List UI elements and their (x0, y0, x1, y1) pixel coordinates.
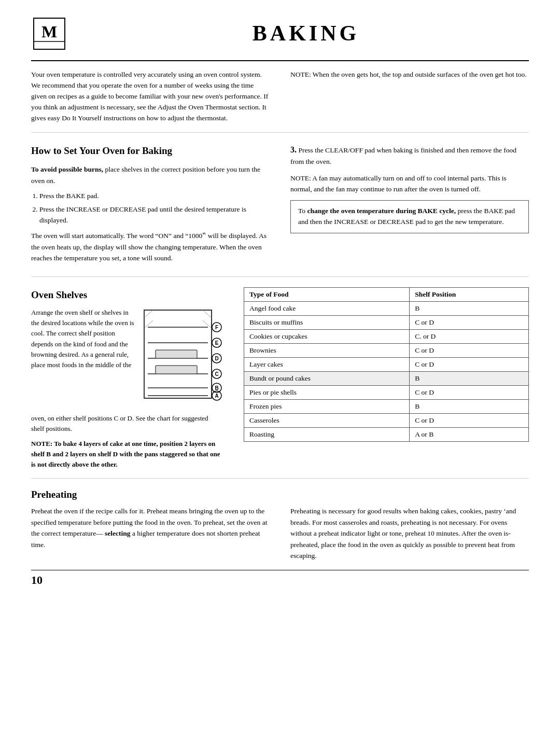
table-row: Cookies or cupcakes C. or D (244, 329, 529, 343)
food-cell: Casseroles (244, 413, 410, 427)
howto-step-2: Press the INCREASE or DECREASE pad until… (39, 204, 270, 226)
svg-text:A: A (215, 393, 218, 399)
svg-rect-16 (156, 366, 197, 374)
shelves-note: NOTE: To bake 4 layers of cake at one ti… (31, 439, 223, 470)
position-cell: B (410, 371, 529, 385)
shelves-left: Oven Shelves Arrange the oven shelf or s… (31, 287, 223, 470)
food-cell: Roasting (244, 427, 410, 441)
svg-text:D: D (215, 356, 218, 361)
position-cell: C or D (410, 343, 529, 357)
food-cell: Cookies or cupcakes (244, 329, 410, 343)
table-row: Pies or pie shells C or D (244, 385, 529, 399)
food-cell: Angel food cake (244, 301, 410, 315)
food-cell: Pies or pie shells (244, 385, 410, 399)
position-cell: C or D (410, 385, 529, 399)
intro-left: Your oven temperature is controlled very… (31, 69, 270, 124)
table-row: Casseroles C or D (244, 413, 529, 427)
preheat-title: Preheating (31, 489, 529, 500)
howto-warning: To avoid possible burns, place shelves i… (31, 164, 270, 186)
shelves-title: Oven Shelves (31, 287, 223, 302)
shelves-text1: Arrange the oven shelf or shelves in the… (31, 307, 135, 370)
page: M BAKING Your oven temperature is contro… (0, 0, 560, 742)
preheat-content: Preheat the oven if the recipe calls for… (31, 506, 529, 562)
preheat-section: Preheating Preheat the oven if the recip… (31, 489, 529, 562)
table-header-position: Shelf Position (410, 287, 529, 301)
food-cell: Biscuits or muffins (244, 315, 410, 329)
food-cell: Layer cakes (244, 357, 410, 371)
position-cell: C. or D (410, 329, 529, 343)
shelves-text-img: Arrange the oven shelf or shelves in the… (31, 307, 223, 409)
table-row: Frozen pies B (244, 399, 529, 413)
howto-step3: 3. Press the CLEAR/OFF pad when baking i… (290, 143, 529, 167)
oven-svg: F E D C B (140, 307, 223, 406)
food-cell: Bundt or pound cakes (244, 371, 410, 385)
table-header-food: Type of Food (244, 287, 410, 301)
intro-right: NOTE: When the oven gets hot, the top an… (290, 69, 529, 124)
header: M BAKING (31, 16, 529, 61)
page-title: BAKING (83, 21, 529, 46)
shelves-text2: oven, on either shelf positions C or D. … (31, 413, 223, 434)
position-cell: B (410, 399, 529, 413)
intro-right-text: NOTE: When the oven gets hot, the top an… (290, 69, 529, 80)
preheat-right-text: Preheating is necessary for good results… (290, 506, 529, 562)
howto-right: 3. Press the CLEAR/OFF pad when baking i… (290, 143, 529, 268)
position-cell: C or D (410, 315, 529, 329)
table-body: Angel food cake B Biscuits or muffins C … (244, 301, 529, 441)
position-cell: B (410, 301, 529, 315)
food-table: Type of Food Shelf Position Angel food c… (244, 287, 529, 442)
food-cell: Frozen pies (244, 399, 410, 413)
svg-line-6 (144, 310, 153, 318)
preheat-left: Preheat the oven if the recipe calls for… (31, 506, 270, 562)
intro-left-text: Your oven temperature is controlled very… (31, 69, 270, 124)
table-row: Biscuits or muffins C or D (244, 315, 529, 329)
svg-rect-14 (156, 350, 197, 358)
howto-steps: Press the BAKE pad. Press the INCREASE o… (39, 190, 270, 226)
shelves-right: Type of Food Shelf Position Angel food c… (244, 287, 529, 470)
svg-text:C: C (215, 371, 218, 377)
howto-note1: NOTE: A fan may automatically turn on an… (290, 173, 529, 195)
oven-illustration: F E D C B (140, 307, 223, 409)
shelves-section: Oven Shelves Arrange the oven shelf or s… (31, 287, 529, 479)
preheat-right: Preheating is necessary for good results… (290, 506, 529, 562)
howto-section: How to Set Your Oven for Baking To avoid… (31, 143, 529, 277)
howto-title: How to Set Your Oven for Baking (31, 143, 270, 159)
position-cell: A or B (410, 427, 529, 441)
howto-auto-text: The oven will start automatically. The w… (31, 230, 270, 264)
svg-text:M: M (41, 22, 57, 41)
svg-text:B: B (215, 385, 218, 391)
note-box: To change the oven temperature during BA… (290, 200, 529, 233)
page-number: 10 (31, 570, 529, 587)
howto-step-1: Press the BAKE pad. (39, 190, 270, 202)
note-box-text: To change the oven temperature during BA… (298, 207, 515, 226)
position-cell: C or D (410, 413, 529, 427)
howto-step3-num: 3. (290, 145, 297, 154)
table-row: Layer cakes C or D (244, 357, 529, 371)
howto-step3-text: Press the CLEAR/OFF pad when baking is f… (290, 146, 516, 166)
howto-left: How to Set Your Oven for Baking To avoid… (31, 143, 270, 268)
preheat-left-text: Preheat the oven if the recipe calls for… (31, 506, 270, 550)
food-cell: Brownies (244, 343, 410, 357)
svg-text:E: E (215, 340, 219, 346)
svg-line-9 (203, 310, 212, 318)
table-row: Roasting A or B (244, 427, 529, 441)
intro-section: Your oven temperature is controlled very… (31, 69, 529, 133)
position-cell: C or D (410, 357, 529, 371)
table-row: Brownies C or D (244, 343, 529, 357)
howto-warning-bold: To avoid possible burns, (31, 165, 103, 173)
logo-icon: M (31, 16, 67, 52)
table-row: Angel food cake B (244, 301, 529, 315)
svg-text:F: F (215, 325, 218, 330)
shelves-text: Arrange the oven shelf or shelves in the… (31, 307, 135, 409)
table-row: Bundt or pound cakes B (244, 371, 529, 385)
